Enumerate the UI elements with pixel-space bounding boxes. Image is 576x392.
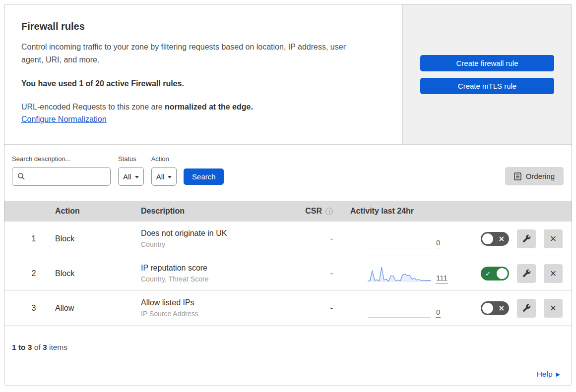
rule-number: 3 <box>4 304 54 313</box>
chevron-down-icon <box>168 176 172 178</box>
pagination-summary: 1 to 3 of 3 items <box>4 326 572 362</box>
close-icon: × <box>550 233 557 244</box>
rule-description-cell: Allow listed IPs IP Source Address <box>141 298 295 318</box>
rule-description-cell: Does not originate in UK Country <box>141 229 295 248</box>
column-action: Action <box>54 207 141 216</box>
edit-rule-button[interactable] <box>517 299 536 318</box>
rule-csr-value: - <box>295 304 342 313</box>
help-bar: Help ▶ <box>4 362 572 386</box>
status-dropdown-value: All <box>123 172 131 181</box>
ordering-list-icon <box>514 172 521 180</box>
action-dropdown-value: All <box>156 172 165 181</box>
rule-action: Block <box>54 234 141 243</box>
rule-action: Allow <box>54 304 141 313</box>
close-icon: × <box>550 303 557 314</box>
rule-match-fields: IP Source Address <box>141 310 295 318</box>
activity-sparkline <box>368 299 431 318</box>
status-dropdown[interactable]: All <box>118 167 144 186</box>
rule-csr-value: - <box>295 234 342 243</box>
items-total: 3 <box>43 343 47 351</box>
edit-rule-button[interactable] <box>517 229 536 248</box>
search-input[interactable] <box>29 172 105 180</box>
activity-count-link[interactable]: 0 <box>436 239 441 248</box>
rule-activity-cell: 111 <box>342 264 463 283</box>
rule-activity-cell: 0 <box>342 299 463 318</box>
intro-panel: Firewall rules Control incoming traffic … <box>4 4 402 144</box>
action-filter-group: Action All <box>151 155 177 186</box>
toggle-knob <box>482 303 493 314</box>
x-icon: × <box>498 304 505 312</box>
wrench-icon <box>522 269 531 278</box>
rule-enabled-toggle[interactable]: ✓ × <box>481 301 509 315</box>
search-icon <box>17 172 25 180</box>
delete-rule-button[interactable]: × <box>544 264 563 283</box>
rule-controls: ✓ × × <box>463 264 572 283</box>
create-mtls-rule-button[interactable]: Create mTLS rule <box>420 78 554 94</box>
activity-sparkline <box>368 264 431 283</box>
rule-action: Block <box>54 269 141 278</box>
arrow-right-icon: ▶ <box>556 371 560 378</box>
wrench-icon <box>522 234 531 243</box>
rule-number: 2 <box>4 269 54 278</box>
rule-activity-cell: 0 <box>342 229 463 248</box>
help-link[interactable]: Help ▶ <box>537 370 560 379</box>
configure-normalization-link[interactable]: Configure Normalization <box>21 115 107 124</box>
rule-enabled-toggle[interactable]: ✓ × <box>481 267 509 280</box>
chevron-down-icon <box>135 176 139 178</box>
activity-count-link[interactable]: 111 <box>436 274 448 283</box>
column-description: Description <box>141 207 295 216</box>
items-range: 1 to 3 <box>12 343 32 351</box>
rule-description: Allow listed IPs <box>141 298 295 307</box>
rule-description: Does not originate in UK <box>141 229 295 238</box>
normalization-note: URL-encoded Requests to this zone are no… <box>21 103 385 112</box>
ordering-button[interactable]: Ordering <box>505 167 564 185</box>
page-title: Firewall rules <box>21 21 385 32</box>
search-box[interactable] <box>12 167 111 186</box>
action-dropdown[interactable]: All <box>151 167 177 186</box>
rule-controls: ✓ × × <box>463 299 572 318</box>
search-button[interactable]: Search <box>184 168 224 185</box>
create-firewall-rule-button[interactable]: Create firewall rule <box>420 55 554 71</box>
toggle-knob <box>497 268 508 279</box>
page-description: Control incoming traffic to your zone by… <box>21 41 369 66</box>
rule-enabled-toggle[interactable]: ✓ × <box>481 232 509 246</box>
actions-panel: Create firewall rule Create mTLS rule <box>402 4 572 144</box>
rule-description: IP reputation score <box>141 264 295 273</box>
wrench-icon <box>522 304 531 312</box>
rule-match-fields: Country <box>141 240 295 248</box>
firewall-rules-page: Firewall rules Control incoming traffic … <box>4 4 572 386</box>
activity-count-link[interactable]: 0 <box>436 308 441 318</box>
check-icon: ✓ <box>485 270 491 277</box>
filter-bar: Search description... Status All Action … <box>4 145 572 201</box>
edit-rule-button[interactable] <box>517 264 536 283</box>
column-activity: Activity last 24hr <box>342 207 463 216</box>
rule-csr-value: - <box>295 269 342 278</box>
table-header: Action Description CSR i Activity last 2… <box>4 201 572 222</box>
table-row: 1 Block Does not originate in UK Country… <box>4 222 572 256</box>
search-label: Search description... <box>12 155 111 163</box>
action-label: Action <box>151 155 177 163</box>
info-icon[interactable]: i <box>325 208 333 215</box>
activity-sparkline <box>368 229 431 248</box>
status-label: Status <box>118 155 144 163</box>
x-icon: × <box>498 235 505 242</box>
overview-section: Firewall rules Control incoming traffic … <box>4 4 572 145</box>
table-row: 2 Block IP reputation score Country, Thr… <box>4 256 572 291</box>
close-icon: × <box>550 268 557 279</box>
toggle-knob <box>482 233 493 244</box>
search-field-group: Search description... <box>12 155 111 186</box>
ordering-button-label: Ordering <box>526 172 555 180</box>
rule-number: 1 <box>4 234 54 243</box>
rule-controls: ✓ × × <box>463 229 572 248</box>
usage-summary: You have used 1 of 20 active Firewall ru… <box>21 79 385 88</box>
status-filter-group: Status All <box>118 155 144 186</box>
delete-rule-button[interactable]: × <box>544 229 563 248</box>
table-row: 3 Allow Allow listed IPs IP Source Addre… <box>4 291 572 326</box>
rule-description-cell: IP reputation score Country, Threat Scor… <box>141 264 295 283</box>
rule-match-fields: Country, Threat Score <box>141 275 295 283</box>
column-csr: CSR i <box>295 207 342 216</box>
delete-rule-button[interactable]: × <box>544 299 563 318</box>
